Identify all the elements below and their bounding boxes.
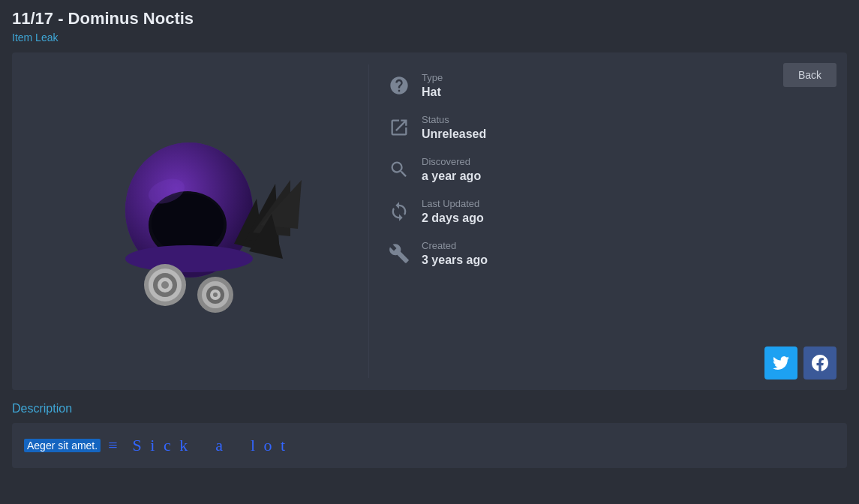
svg-point-19 <box>213 292 218 297</box>
page-wrapper: 11/17 - Dominus Noctis Item Leak Back <box>0 0 859 477</box>
discovered-row: Discovered a year ago <box>387 156 817 183</box>
image-section <box>24 64 369 378</box>
discovered-icon <box>387 158 411 182</box>
description-handwriting: ≡ S i c k a l o t <box>108 436 287 455</box>
type-icon <box>387 74 411 98</box>
last-updated-value: 2 days ago <box>422 212 484 225</box>
status-value: Unreleased <box>422 128 486 141</box>
main-card: Back <box>12 52 847 390</box>
last-updated-label: Last Updated <box>422 198 484 209</box>
info-section: Type Hat Status Unreleased <box>369 64 835 378</box>
last-updated-icon <box>387 200 411 224</box>
status-row: Status Unreleased <box>387 114 817 141</box>
discovered-info: Discovered a year ago <box>422 156 481 183</box>
status-label: Status <box>422 114 486 125</box>
created-row: Created 3 years ago <box>387 240 817 267</box>
type-row: Type Hat <box>387 72 817 99</box>
type-value: Hat <box>422 86 443 99</box>
type-info: Type Hat <box>422 72 443 99</box>
created-info: Created 3 years ago <box>422 240 488 267</box>
svg-point-14 <box>161 281 169 289</box>
status-icon <box>387 116 411 140</box>
discovered-value: a year ago <box>422 170 481 183</box>
created-value: 3 years ago <box>422 254 488 267</box>
svg-point-4 <box>125 245 253 272</box>
type-label: Type <box>422 72 443 83</box>
item-image <box>69 101 309 341</box>
status-info: Status Unreleased <box>422 114 486 141</box>
discovered-label: Discovered <box>422 156 481 167</box>
created-label: Created <box>422 240 488 251</box>
description-box: Aeger sit amet. ≡ S i c k a l o t <box>12 423 847 468</box>
page-title: 11/17 - Dominus Noctis <box>12 9 847 28</box>
page-subtitle: Item Leak <box>12 32 847 44</box>
created-icon <box>387 242 411 266</box>
last-updated-info: Last Updated 2 days ago <box>422 198 484 225</box>
social-buttons <box>764 346 836 380</box>
twitter-button[interactable] <box>764 346 797 380</box>
description-title: Description <box>12 402 847 416</box>
facebook-button[interactable] <box>803 346 836 380</box>
last-updated-row: Last Updated 2 days ago <box>387 198 817 225</box>
description-section: Description Aeger sit amet. ≡ S i c k a … <box>12 402 847 468</box>
description-selected-text: Aeger sit amet. <box>24 439 101 452</box>
back-button[interactable]: Back <box>783 63 836 87</box>
